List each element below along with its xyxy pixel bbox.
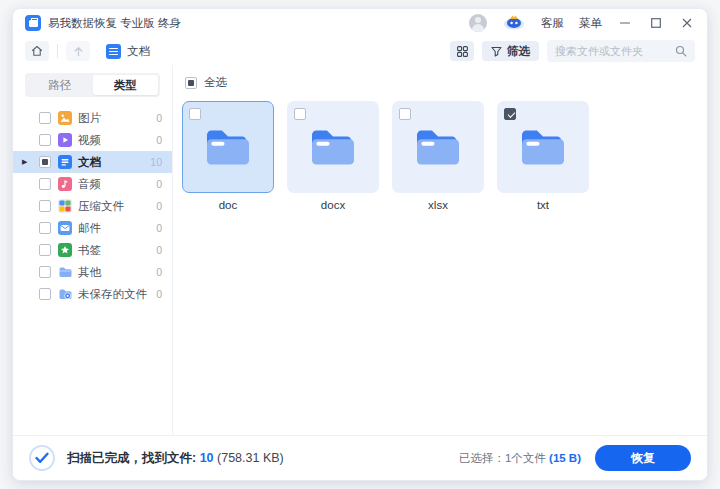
sidebar-item-mail[interactable]: 邮件0: [13, 217, 172, 239]
sidebar-item-unsaved[interactable]: 未保存的文件0: [13, 283, 172, 305]
close-button[interactable]: [679, 15, 695, 31]
sidebar-item-label: 音频: [78, 177, 101, 192]
folder-card-docx[interactable]: docx: [287, 101, 379, 211]
folder-name: doc: [182, 199, 274, 211]
sidebar-item-label: 未保存的文件: [78, 287, 147, 302]
arrow-up-icon: [73, 46, 84, 57]
checkbox[interactable]: [39, 112, 51, 124]
folder-name: txt: [497, 199, 589, 211]
checkbox[interactable]: [399, 108, 411, 120]
folder-card-txt[interactable]: txt: [497, 101, 589, 211]
scan-complete-icon: [29, 445, 55, 471]
sidebar-item-archive[interactable]: 压缩文件0: [13, 195, 172, 217]
checkbox[interactable]: [189, 108, 201, 120]
home-button[interactable]: [25, 41, 49, 61]
home-icon: [31, 45, 43, 57]
folder-icon: [305, 124, 361, 170]
sidebar-list: 图片0视频0▶文档10音频0压缩文件0邮件0书签0其他0未保存的文件0: [13, 107, 172, 305]
recover-button[interactable]: 恢复: [595, 445, 691, 471]
checkbox[interactable]: [39, 222, 51, 234]
checkbox[interactable]: [39, 134, 51, 146]
titlebar: 易我数据恢复 专业版 终身 客服 菜单: [13, 9, 707, 37]
statusbar: 扫描已完成，找到文件: 10 (758.31 KB) 已选择：1个文件 (15 …: [13, 435, 707, 480]
item-count: 0: [156, 244, 162, 256]
image-icon: [58, 111, 72, 125]
select-all-checkbox[interactable]: [185, 77, 197, 89]
toolbar: 文档 筛选: [13, 37, 707, 65]
unsaved-icon: [58, 287, 72, 301]
folder-tile[interactable]: [392, 101, 484, 193]
breadcrumb: 文档: [106, 44, 150, 59]
file-grid-panel: 全选 doc docx xlsx txt: [173, 65, 707, 435]
tab-type[interactable]: 类型: [93, 75, 159, 95]
support-button[interactable]: 客服: [541, 16, 564, 31]
grid-view-button[interactable]: [450, 41, 474, 61]
document-icon: [106, 44, 121, 59]
search-icon[interactable]: [675, 45, 687, 57]
tab-path[interactable]: 路径: [27, 75, 93, 95]
app-logo-icon: [25, 15, 41, 31]
select-all-label: 全选: [204, 75, 227, 90]
checkbox[interactable]: [39, 288, 51, 300]
checkbox[interactable]: [39, 178, 51, 190]
folder-name: docx: [287, 199, 379, 211]
sidebar-tabs: 路径 类型: [25, 73, 160, 97]
checkbox[interactable]: [39, 244, 51, 256]
funnel-icon: [491, 46, 502, 57]
checkbox[interactable]: [504, 108, 516, 120]
sidebar-item-audio[interactable]: 音频0: [13, 173, 172, 195]
bookmark-icon: [58, 243, 72, 257]
app-title: 易我数据恢复 专业版 终身: [48, 16, 181, 31]
sidebar-item-bookmark[interactable]: 书签0: [13, 239, 172, 261]
expand-arrow-icon[interactable]: ▶: [22, 158, 27, 166]
folder-tile[interactable]: [287, 101, 379, 193]
sidebar-item-document[interactable]: ▶文档10: [13, 151, 172, 173]
item-count: 0: [156, 222, 162, 234]
folder-tile[interactable]: [497, 101, 589, 193]
filter-button[interactable]: 筛选: [482, 41, 539, 61]
checkbox[interactable]: [39, 156, 51, 168]
selection-size: (15 B): [549, 452, 581, 464]
item-count: 0: [156, 178, 162, 190]
item-count: 10: [150, 156, 162, 168]
folder-card-doc[interactable]: doc: [182, 101, 274, 211]
search-input[interactable]: [555, 45, 669, 57]
grid-icon: [457, 46, 468, 57]
sidebar-item-other[interactable]: 其他0: [13, 261, 172, 283]
sidebar-item-label: 图片: [78, 111, 101, 126]
user-avatar[interactable]: [469, 14, 487, 32]
minimize-button[interactable]: [617, 15, 633, 31]
up-button[interactable]: [66, 41, 90, 61]
folder-icon: [58, 265, 72, 279]
search-box[interactable]: [547, 40, 695, 62]
folder-icon: [200, 124, 256, 170]
item-count: 0: [156, 200, 162, 212]
folder-icon: [515, 124, 571, 170]
item-count: 0: [156, 112, 162, 124]
folder-tile[interactable]: [182, 101, 274, 193]
folder-name: xlsx: [392, 199, 484, 211]
checkbox[interactable]: [39, 266, 51, 278]
folder-cards: doc docx xlsx txt: [182, 101, 589, 211]
vip-mascot-icon[interactable]: [502, 13, 526, 34]
select-all-row[interactable]: 全选: [173, 65, 707, 90]
found-count: 10: [200, 451, 214, 465]
document-icon: [58, 155, 72, 169]
audio-icon: [58, 177, 72, 191]
folder-card-xlsx[interactable]: xlsx: [392, 101, 484, 211]
app-window: 易我数据恢复 专业版 终身 客服 菜单: [12, 8, 708, 481]
sidebar-item-label: 书签: [78, 243, 101, 258]
menu-button[interactable]: 菜单: [579, 16, 602, 31]
mail-icon: [58, 221, 72, 235]
sidebar: 路径 类型 图片0视频0▶文档10音频0压缩文件0邮件0书签0其他0未保存的文件…: [13, 65, 173, 435]
archive-icon: [58, 199, 72, 213]
checkbox[interactable]: [39, 200, 51, 212]
maximize-button[interactable]: [648, 15, 664, 31]
checkbox[interactable]: [294, 108, 306, 120]
sidebar-item-label: 压缩文件: [78, 199, 124, 214]
sidebar-item-image[interactable]: 图片0: [13, 107, 172, 129]
folder-icon: [410, 124, 466, 170]
sidebar-item-video[interactable]: 视频0: [13, 129, 172, 151]
item-count: 0: [156, 266, 162, 278]
video-icon: [58, 133, 72, 147]
